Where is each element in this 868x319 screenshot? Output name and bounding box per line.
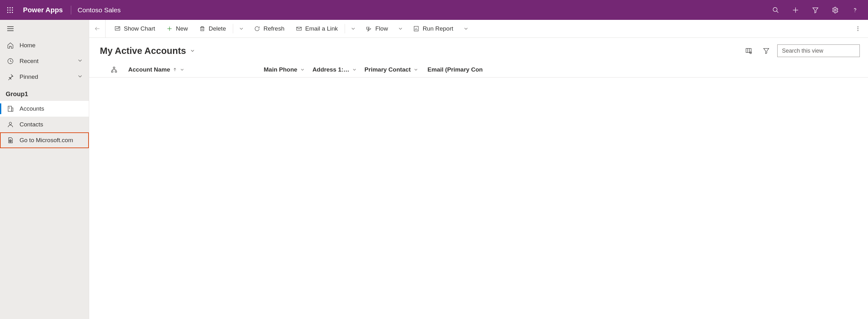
command-label: Flow	[375, 25, 388, 32]
mail-icon	[296, 26, 302, 32]
person-icon	[7, 121, 14, 128]
command-separator	[233, 24, 233, 33]
email-link-split-button[interactable]	[347, 20, 360, 38]
column-label: Email (Primary Con	[428, 66, 483, 73]
chevron-down-icon	[190, 48, 195, 54]
column-header-main-phone[interactable]: Main Phone	[264, 66, 313, 73]
home-icon	[7, 42, 14, 49]
command-separator	[345, 24, 345, 33]
svg-marker-46	[764, 49, 769, 54]
global-add-button[interactable]	[785, 0, 805, 20]
report-icon	[413, 26, 420, 32]
global-filter-button[interactable]	[805, 0, 825, 20]
flow-split-button[interactable]	[394, 20, 407, 38]
chevron-down-icon	[463, 26, 469, 31]
column-label: Primary Contact	[365, 66, 411, 73]
view-selector-button[interactable]: My Active Accounts	[100, 46, 195, 56]
svg-point-24	[9, 122, 11, 124]
sidebar-group-title: Group1	[0, 85, 89, 101]
plus-icon	[792, 7, 799, 13]
brand-divider	[71, 6, 71, 14]
more-vertical-icon	[855, 26, 861, 32]
sidebar-item-recent[interactable]: Recent	[0, 53, 89, 69]
command-overflow-button[interactable]	[851, 20, 865, 38]
run-report-button[interactable]: Run Report	[408, 20, 458, 38]
command-label: Run Report	[423, 25, 453, 32]
app-name-label[interactable]: Contoso Sales	[78, 6, 121, 14]
sidebar-toggle-button[interactable]	[0, 20, 89, 37]
column-header-primary-contact[interactable]: Primary Contact	[365, 66, 428, 73]
svg-point-2	[12, 7, 13, 8]
svg-line-10	[776, 11, 778, 12]
delete-button[interactable]: Delete	[194, 20, 231, 38]
chart-icon	[114, 26, 121, 32]
app-launcher-button[interactable]	[0, 0, 20, 20]
site-map-sidebar: Home Recent Pinned Group1 Accounts Conta…	[0, 20, 89, 319]
global-search-button[interactable]	[766, 0, 785, 20]
show-chart-button[interactable]: Show Chart	[109, 20, 160, 38]
sidebar-item-label: Pinned	[20, 74, 38, 80]
sidebar-item-accounts[interactable]: Accounts	[0, 101, 89, 117]
view-search-input[interactable]	[777, 45, 860, 57]
sidebar-item-pinned[interactable]: Pinned	[0, 69, 89, 85]
search-icon	[772, 7, 779, 13]
command-bar: Show Chart New Delete Refresh Email a Li…	[89, 20, 868, 38]
svg-point-40	[858, 28, 859, 29]
run-report-split-button[interactable]	[460, 20, 472, 38]
grid-header-row: Account Name Main Phone Address 1:… Prim…	[89, 62, 868, 78]
select-all-column[interactable]	[100, 66, 128, 73]
sidebar-item-contacts[interactable]: Contacts	[0, 117, 89, 133]
sidebar-item-label: Home	[20, 42, 36, 49]
column-header-email[interactable]: Email (Primary Con	[428, 66, 868, 73]
flow-button[interactable]: Flow	[361, 20, 393, 38]
sidebar-item-go-to-microsoft[interactable]: Go to Microsoft.com	[0, 133, 89, 148]
refresh-icon	[254, 26, 260, 32]
command-label: Show Chart	[124, 25, 155, 32]
delete-split-button[interactable]	[235, 20, 248, 38]
svg-point-1	[9, 7, 11, 8]
sidebar-item-home[interactable]: Home	[0, 37, 89, 53]
column-label: Main Phone	[264, 66, 298, 73]
columns-settings-icon	[745, 47, 752, 54]
chevron-down-icon	[239, 26, 244, 31]
expand-recent-button[interactable]	[77, 57, 83, 65]
plus-icon	[166, 26, 173, 32]
command-label: Delete	[209, 25, 226, 32]
column-label: Account Name	[128, 66, 170, 73]
svg-rect-49	[115, 71, 117, 72]
edit-columns-button[interactable]	[742, 44, 755, 57]
svg-rect-20	[8, 106, 12, 112]
chevron-down-icon	[300, 67, 305, 72]
expand-pinned-button[interactable]	[77, 73, 83, 81]
arrow-left-icon	[94, 26, 100, 32]
svg-rect-48	[112, 71, 113, 72]
sidebar-item-label: Go to Microsoft.com	[20, 137, 73, 144]
svg-point-14	[834, 9, 836, 11]
globe-page-icon	[7, 137, 14, 144]
trash-icon	[199, 26, 206, 32]
main-content: Show Chart New Delete Refresh Email a Li…	[89, 20, 868, 319]
svg-point-9	[773, 7, 777, 11]
svg-rect-21	[12, 108, 13, 111]
svg-point-7	[9, 12, 11, 13]
view-title-label: My Active Accounts	[100, 46, 186, 56]
column-header-account-name[interactable]: Account Name	[128, 66, 264, 73]
chevron-down-icon	[413, 67, 418, 72]
svg-point-39	[858, 27, 859, 27]
back-button[interactable]	[89, 20, 105, 38]
column-header-address1[interactable]: Address 1:…	[313, 66, 365, 73]
brand-label[interactable]: Power Apps	[20, 6, 69, 14]
refresh-button[interactable]: Refresh	[249, 20, 289, 38]
chevron-down-icon	[350, 26, 356, 31]
svg-marker-13	[812, 7, 818, 12]
funnel-icon	[763, 47, 770, 54]
filter-button[interactable]	[760, 44, 773, 57]
command-label: Refresh	[264, 25, 284, 32]
global-help-button[interactable]	[845, 0, 865, 20]
email-link-button[interactable]: Email a Link	[291, 20, 343, 38]
clock-icon	[7, 58, 14, 65]
new-button[interactable]: New	[161, 20, 193, 38]
svg-rect-30	[201, 27, 204, 31]
global-settings-button[interactable]	[825, 0, 845, 20]
chevron-down-icon	[77, 73, 83, 80]
